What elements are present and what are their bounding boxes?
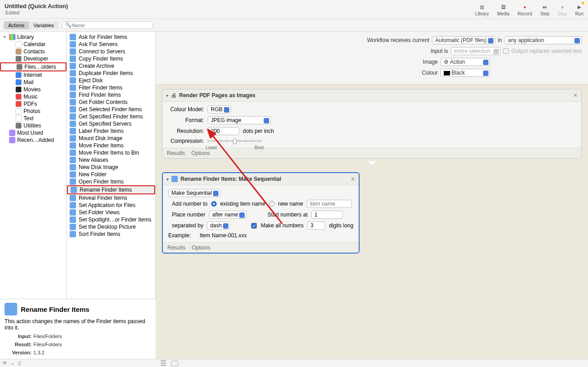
action-list-item[interactable]: Filter Finder Items <box>67 84 155 91</box>
action-list-item[interactable]: Mount Disk Image <box>67 135 155 142</box>
search-field[interactable]: 🔍 <box>62 21 152 29</box>
action-list-item[interactable]: Reveal Finder Items <box>67 194 155 202</box>
action-list-item[interactable]: Ask For Servers <box>67 41 155 48</box>
action-list-item[interactable]: Label Finder Items <box>67 127 155 135</box>
action-list-item[interactable]: Get Selected Finder Items <box>67 106 155 113</box>
sidebar-icon: ▥ <box>478 3 486 11</box>
flow-view-icon[interactable] <box>171 361 178 366</box>
app-select[interactable]: any application <box>505 36 582 44</box>
action-list-item[interactable]: Get Folder Contents <box>67 99 155 106</box>
search-input[interactable] <box>71 23 149 28</box>
library-item[interactable]: Developer <box>0 55 66 62</box>
media-button[interactable]: 🖼Media <box>497 3 509 16</box>
action-list-item[interactable]: Ask for Finder Items <box>67 33 155 41</box>
action-list-item[interactable]: Set Application for Files <box>67 202 155 209</box>
action-list-item[interactable]: New Aliases <box>67 156 155 164</box>
sync-icon[interactable]: ⟳ <box>3 360 7 366</box>
action-render-pdf[interactable]: ▾ 🖨 Render PDF Pages as Images ✕ Colour … <box>162 89 582 159</box>
action-list-item[interactable]: Rename Finder Items <box>67 185 155 194</box>
library-item[interactable]: Files…olders <box>0 62 66 71</box>
image-select[interactable]: ⚙ Action <box>441 58 490 66</box>
tab-actions[interactable]: Actions <box>4 21 29 29</box>
library-item[interactable]: Contacts <box>0 48 66 55</box>
image-label: Image <box>416 59 438 65</box>
bookmark-icon[interactable]: ▯ <box>18 360 21 366</box>
action-list-item[interactable]: Find Finder Items <box>67 91 155 99</box>
library-item[interactable]: Internet <box>0 71 66 79</box>
action-list-item[interactable]: Eject Disk <box>67 77 155 84</box>
resolution-input[interactable] <box>208 127 239 135</box>
workflow-canvas[interactable]: Workflow receives current Automatic (PDF… <box>156 32 588 358</box>
tab-variables[interactable]: Variables <box>29 21 58 29</box>
results-button[interactable]: Results <box>167 150 185 156</box>
format-select[interactable]: JPEG image <box>208 116 271 124</box>
action-list-item[interactable]: New Disk Image <box>67 164 155 171</box>
library-root[interactable]: Library <box>0 33 66 41</box>
action-list-item[interactable]: Move Finder Items to Bin <box>67 149 155 156</box>
play-icon: ▶ <box>575 3 583 11</box>
disclosure-icon[interactable]: ▾ <box>166 177 169 182</box>
action-list-item[interactable]: Set Spotlight…or Finder Items <box>67 216 155 223</box>
library-item[interactable]: Utilities <box>0 122 66 129</box>
library-item[interactable]: Most Used <box>0 129 66 136</box>
rename-mode-select[interactable]: Make Sequential <box>168 189 220 197</box>
library-item[interactable]: Music <box>0 93 66 100</box>
output-replaces-checkbox <box>503 48 509 54</box>
close-icon[interactable]: ✕ <box>351 176 355 182</box>
library-item[interactable]: PDFs <box>0 100 66 108</box>
receives-select[interactable]: Automatic (PDF files) <box>432 36 495 44</box>
existing-name-radio[interactable] <box>211 201 217 207</box>
colour-label: Colour <box>416 70 438 76</box>
action-list-item[interactable]: Connect to Servers <box>67 48 155 55</box>
workflow-options: Workflow receives current Automatic (PDF… <box>156 32 588 85</box>
new-name-radio[interactable] <box>269 201 275 207</box>
action-rename-finder[interactable]: ▾ Rename Finder Items: Make Sequential ✕… <box>162 172 360 254</box>
step-icon: ⏭ <box>541 3 549 11</box>
action-list-item[interactable]: Set Folder Views <box>67 209 155 216</box>
format-label: Format: <box>168 117 204 123</box>
colour-model-select[interactable]: RGB <box>208 105 231 113</box>
library-item[interactable]: Movies <box>0 86 66 93</box>
library-button[interactable]: ▥Library <box>475 3 489 16</box>
info-description: This action changes the names of the Fin… <box>5 318 151 331</box>
action-list-item[interactable]: Move Finder Items <box>67 142 155 149</box>
step-button[interactable]: ⏭Step <box>540 3 550 16</box>
options-button[interactable]: Options <box>191 150 210 156</box>
separated-by-select[interactable]: dash <box>207 221 230 230</box>
colour-model-label: Colour Model: <box>168 106 204 113</box>
action-list-item[interactable]: Set the Desktop Picture <box>67 223 155 231</box>
make-all-checkbox[interactable]: ✓ <box>251 223 257 229</box>
new-name-input <box>307 200 352 208</box>
action-list-item[interactable]: Get Specified Servers <box>67 120 155 127</box>
place-number-select[interactable]: after name <box>209 211 247 219</box>
library-tabs[interactable]: Actions Variables <box>4 21 58 29</box>
start-at-input[interactable] <box>311 211 343 219</box>
action-title: Rename Finder Items: Make Sequential <box>180 176 281 182</box>
library-item[interactable]: Text <box>0 115 66 122</box>
action-list-item[interactable]: Sort Finder Items <box>67 231 155 238</box>
compression-slider[interactable]: Least Best <box>208 138 262 144</box>
options-button[interactable]: Options <box>192 245 210 251</box>
run-button[interactable]: ▶Run <box>575 3 583 16</box>
action-list-item[interactable]: Copy Finder Items <box>67 55 155 62</box>
disclosure-icon[interactable]: ▾ <box>166 93 168 98</box>
library-item[interactable]: Photos <box>0 108 66 115</box>
add-number-label: Add number to <box>172 201 208 207</box>
chevron-down-icon[interactable]: ⌄ <box>10 360 14 366</box>
action-list-item[interactable]: Create Archive <box>67 62 155 70</box>
record-button[interactable]: ●Record <box>517 3 532 16</box>
library-item[interactable]: Mail <box>0 79 66 86</box>
close-icon[interactable]: ✕ <box>573 92 578 99</box>
existing-name-label: existing item name <box>220 201 266 207</box>
colour-select[interactable]: Black <box>441 69 490 77</box>
action-list-item[interactable]: New Folder <box>67 171 155 178</box>
list-view-icon[interactable]: ☰ <box>160 359 166 367</box>
library-item[interactable]: Recen…Added <box>0 136 66 144</box>
finder-icon <box>171 176 178 182</box>
action-list-item[interactable]: Open Finder Items <box>67 178 155 185</box>
results-button[interactable]: Results <box>167 245 185 251</box>
digits-input[interactable] <box>307 221 325 230</box>
action-list-item[interactable]: Get Specified Finder Items <box>67 113 155 120</box>
library-item[interactable]: Calendar <box>0 41 66 48</box>
action-list-item[interactable]: Duplicate Finder Items <box>67 70 155 77</box>
